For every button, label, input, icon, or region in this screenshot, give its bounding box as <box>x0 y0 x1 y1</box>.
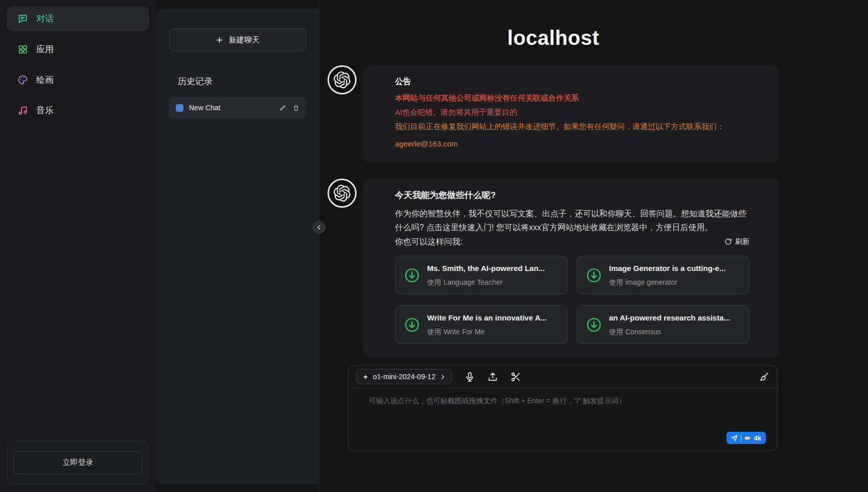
message-input[interactable] <box>348 388 777 449</box>
chat-main: localhost 公告 本网站与任何其他公司或商标没有任何关联或合作关系 AI… <box>319 0 868 492</box>
openai-logo-icon <box>334 71 350 88</box>
suggestion-subtitle: 使用 image generator <box>609 277 725 288</box>
gpt-arrow-icon <box>585 316 602 333</box>
clear-context-button[interactable] <box>759 372 769 382</box>
scissors-icon <box>510 372 521 382</box>
ask-hint: 你也可以这样问我: <box>395 236 462 249</box>
gpt-arrow-icon <box>404 316 420 333</box>
announcement-line: AI也会犯错。请勿将其用于重要目的 <box>395 106 749 118</box>
badge-divider <box>741 435 741 441</box>
chat-item-actions <box>279 105 299 111</box>
contact-email[interactable]: ageerle@163.com <box>395 138 749 150</box>
gpt-arrow-icon <box>585 267 602 284</box>
palette-icon <box>17 75 28 85</box>
message-list: localhost 公告 本网站与任何其他公司或商标没有任何关联或合作关系 AI… <box>319 27 787 451</box>
composer-toolbar: o1-mini-2024-09-12 <box>348 365 777 388</box>
sidebar-item-drawing[interactable]: 绘画 <box>7 68 149 92</box>
model-selector[interactable]: o1-mini-2024-09-12 <box>356 369 452 384</box>
suggestion-title: an AI-powered research assista... <box>609 312 730 324</box>
welcome-body: 作为你的智慧伙伴，我不仅可以写文案、出点子，还可以和你聊天、回答问题。想知道我还… <box>395 207 749 234</box>
suggestion-title: Image Generator is a cutting-e... <box>609 262 725 274</box>
announcement-line: 本网站与任何其他公司或商标没有任何关联或合作关系 <box>395 92 749 104</box>
history-title: 历史记录 <box>178 76 306 87</box>
login-panel: 立即登录 <box>7 440 149 485</box>
refresh-suggestions-button[interactable]: 刷新 <box>724 237 749 247</box>
apps-grid-icon <box>17 44 28 55</box>
assistant-avatar <box>327 65 357 94</box>
suggestion-title: Ms. Smith, the AI-powered Lan... <box>427 262 545 274</box>
assistant-message-announcement: 公告 本网站与任何其他公司或商标没有任何关联或合作关系 AI也会犯错。请勿将其用… <box>327 65 779 163</box>
token-count: 4k <box>754 434 761 442</box>
new-chat-button[interactable]: 新建聊天 <box>169 29 306 51</box>
app-window: 对话 应用 绘画 音乐 立即登录 <box>0 0 868 492</box>
openai-logo-icon <box>334 185 350 202</box>
sidebar-item-chat[interactable]: 对话 <box>7 7 149 31</box>
announcement-line: 我们目前正在修复我们网站上的错误并改进细节。如果您有任何疑问，请通过以下方式联系… <box>395 120 749 132</box>
sidebar-item-label: 应用 <box>36 43 54 55</box>
chat-list-item[interactable]: New Chat <box>169 97 306 118</box>
edit-icon[interactable] <box>279 105 286 111</box>
new-chat-label: 新建聊天 <box>229 35 260 45</box>
assistant-avatar <box>327 179 357 208</box>
send-button[interactable]: 4k <box>726 432 766 444</box>
suggestion-card[interactable]: Ms. Smith, the AI-powered Lan... 使用 Lang… <box>395 256 568 294</box>
refresh-label: 刷新 <box>735 237 749 247</box>
plus-icon <box>216 36 223 44</box>
chat-bubble-icon <box>17 13 28 24</box>
microphone-icon <box>464 372 475 382</box>
refresh-icon <box>724 238 732 245</box>
upload-icon <box>487 372 498 382</box>
suggestion-subtitle: 使用 Consensus <box>609 327 730 338</box>
suggestion-subtitle: 使用 Write For Me <box>427 327 547 338</box>
collapse-sidebar-button[interactable] <box>313 221 325 234</box>
model-name: o1-mini-2024-09-12 <box>373 373 435 381</box>
suggestion-subtitle: 使用 Language Teacher <box>427 277 545 288</box>
suggestion-card[interactable]: an AI-powered research assista... 使用 Con… <box>577 305 749 344</box>
chat-color-swatch <box>176 104 183 112</box>
composer: o1-mini-2024-09-12 <box>348 365 778 451</box>
delete-icon[interactable] <box>293 105 299 111</box>
welcome-heading: 今天我能为您做些什么呢? <box>395 189 749 202</box>
sidebar-item-label: 对话 <box>36 13 54 24</box>
battery-icon <box>744 435 751 441</box>
suggestion-card[interactable]: Image Generator is a cutting-e... 使用 ima… <box>577 256 749 294</box>
send-plane-icon <box>731 435 738 441</box>
login-button[interactable]: 立即登录 <box>13 451 143 474</box>
gpt-arrow-icon <box>404 267 420 284</box>
sidebar-item-label: 绘画 <box>36 74 54 86</box>
sidebar-item-apps[interactable]: 应用 <box>7 37 149 61</box>
upload-button[interactable] <box>487 372 498 382</box>
sidebar-item-music[interactable]: 音乐 <box>7 99 149 122</box>
announcement-heading: 公告 <box>395 76 749 88</box>
chevron-right-icon <box>439 374 446 380</box>
microphone-button[interactable] <box>464 372 475 382</box>
welcome-bubble: 今天我能为您做些什么呢? 作为你的智慧伙伴，我不仅可以写文案、出点子，还可以和你… <box>363 179 779 358</box>
left-sidebar: 对话 应用 绘画 音乐 立即登录 <box>0 0 156 492</box>
broom-icon <box>759 372 769 382</box>
chevron-left-icon <box>316 224 322 231</box>
suggestion-card[interactable]: Write For Me is an innovative A... 使用 Wr… <box>395 305 568 344</box>
music-note-icon <box>17 105 28 116</box>
screenshot-crop-button[interactable] <box>510 372 521 382</box>
suggestion-title: Write For Me is an innovative A... <box>427 312 547 324</box>
sidebar-item-label: 音乐 <box>36 105 54 116</box>
assistant-message-welcome: 今天我能为您做些什么呢? 作为你的智慧伙伴，我不仅可以写文案、出点子，还可以和你… <box>327 179 779 358</box>
announcement-bubble: 公告 本网站与任何其他公司或商标没有任何关联或合作关系 AI也会犯错。请勿将其用… <box>363 65 779 163</box>
page-title: localhost <box>327 27 779 50</box>
sparkle-icon <box>362 374 369 380</box>
suggestion-grid: Ms. Smith, the AI-powered Lan... 使用 Lang… <box>395 256 749 344</box>
chat-list-panel: 新建聊天 历史记录 New Chat <box>156 0 319 492</box>
chat-item-title: New Chat <box>189 104 274 112</box>
